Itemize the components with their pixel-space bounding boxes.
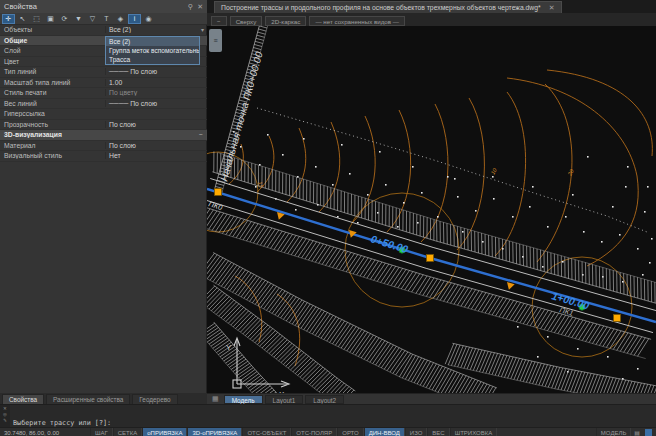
layout-menu-icon[interactable]: ▦ [212, 395, 219, 403]
objects-dropdown-list: Все (2) Группа меток вспомогательных пик… [105, 36, 200, 65]
property-row-transparency[interactable]: Прозрачность По слою [0, 120, 207, 131]
close-tab-icon[interactable]: ✕ [549, 4, 555, 12]
property-row-visualstyle[interactable]: Визуальный стиль Нет [0, 151, 207, 162]
close-panel-icon[interactable]: ✕ [197, 3, 203, 11]
refresh-selection-icon[interactable]: ⟳ [58, 14, 71, 24]
collapse-minus-icon[interactable]: − [199, 131, 203, 138]
viewport-collapse-button[interactable]: − [211, 16, 227, 26]
dropdown-item-all[interactable]: Все (2) [106, 37, 199, 46]
text-filter-icon[interactable]: T [100, 14, 113, 24]
toggle-osnap[interactable]: оПРИВЯЗКА [142, 428, 187, 436]
notification-square-icon[interactable] [645, 429, 652, 436]
tab-extended-properties[interactable]: Расширенные свойства [46, 394, 130, 404]
toggle-dyn-input[interactable]: ДИН-ВВОД [364, 428, 405, 436]
filter-clear-icon[interactable]: ▽ [86, 14, 99, 24]
contour-label-10: 10 [490, 166, 499, 175]
cursor-icon[interactable]: ↖ [16, 14, 29, 24]
section-header-3d-visualization[interactable]: 3D-визуализация − [0, 130, 207, 141]
station-0-50-label: 0+50.00 [369, 232, 409, 255]
properties-panel-title: Свойства [4, 2, 37, 11]
edit-icon[interactable]: ✎ [3, 417, 6, 423]
toggle-grid[interactable]: СЕТКА [113, 428, 143, 436]
dropdown-item-trace[interactable]: Трасса [106, 55, 199, 64]
properties-panel-titlebar: Свойства ⚲ ✕ [0, 0, 207, 13]
toggle-ortho[interactable]: ОРТО [337, 428, 363, 436]
canvas-widget[interactable]: ≡ [209, 29, 222, 52]
workspace-icon[interactable]: ▤ [634, 429, 640, 436]
document-title: Построение трассы и продольного профиля … [221, 4, 541, 11]
toggle-lineweight[interactable]: ВЕС [427, 428, 449, 436]
command-line-gutter: ✕ ◎ ✎ [0, 405, 10, 428]
toggle-otrack-object[interactable]: ОТС-ОБЪЕКТ [242, 428, 291, 436]
tab-layout1[interactable]: Layout1 [265, 395, 304, 404]
property-row-objects[interactable]: Объекты Все (2) ▾ [0, 25, 207, 36]
survey-points [233, 131, 653, 380]
property-row-ltscale[interactable]: Масштаб типа линий 1.00 [0, 78, 207, 89]
survey-boundary-dotted-line [257, 108, 647, 232]
multiselect-icon[interactable]: ✛ [2, 14, 15, 24]
pk0-label: ПК0 [207, 199, 224, 212]
toggle-snap[interactable]: ШАГ [90, 428, 113, 436]
panel-tab-bar: Свойства Расширенные свойства Геодерево [0, 393, 207, 404]
viewport-visual-style-button[interactable]: 2D-каркас [265, 16, 306, 26]
crossing-select-icon[interactable]: ▣ [44, 14, 57, 24]
info-icon[interactable]: i [128, 14, 141, 24]
coordinates-readout: 30.7480, 86.00, 0.00 [0, 428, 90, 436]
property-row-material[interactable]: Материал По слою [0, 141, 207, 152]
status-bar: 30.7480, 86.00, 0.00 ШАГ СЕТКА оПРИВЯЗКА… [0, 427, 656, 436]
mode-indicator[interactable]: МОДЕЛЬ [596, 428, 631, 436]
property-row-lineweight[interactable]: Вес линий ──── По слою [0, 99, 207, 110]
application-window: Построение трассы и продольного профиля … [0, 0, 656, 436]
chevron-down-icon[interactable]: ▾ [201, 26, 204, 33]
layout-tab-bar: ▦ Модель Layout1 Layout2 [207, 393, 656, 404]
filter-icon[interactable]: ▼ [72, 14, 85, 24]
toggle-iso[interactable]: ИЗО [405, 428, 428, 436]
command-line[interactable]: ✕ ◎ ✎ Выберите трассу или [?]: Применить… [0, 404, 656, 427]
document-tab[interactable]: Построение трассы и продольного профиля … [214, 1, 562, 13]
toggle-hatch[interactable]: ШТРИХОВКА [450, 428, 497, 436]
toggle-3d-osnap[interactable]: 3D-оПРИВЯЗКА [187, 428, 242, 436]
viewport-view-button[interactable]: Сверху [230, 16, 263, 26]
tab-properties[interactable]: Свойства [2, 394, 44, 404]
viewport-saved-views-button[interactable]: — нет сохраненных видов — [309, 16, 405, 26]
ucs-y-label: Y [226, 343, 232, 352]
drawing-canvas[interactable]: Начальная точка ПК0+00.00 ПК0 0+50.00 1+… [207, 26, 656, 400]
property-row-linetype[interactable]: Тип линий ──── По слою [0, 67, 207, 78]
dropdown-item-picket-group[interactable]: Группа меток вспомогательных пикетов тра… [106, 46, 199, 55]
document-tab-bar: Построение трассы и продольного профиля … [207, 0, 656, 13]
properties-toolbar: ✛ ↖ ⬚ ▣ ⟳ ▼ ▽ T ◈ i ◉ [0, 13, 207, 25]
property-row-hyperlink[interactable]: Гиперссылка [0, 109, 207, 120]
viewport-controls: − Сверху 2D-каркас — нет сохраненных вид… [211, 16, 408, 26]
tab-geotree[interactable]: Геодерево [132, 394, 177, 404]
settings-icon[interactable]: ◉ [142, 14, 155, 24]
tab-model[interactable]: Модель [224, 395, 263, 404]
tab-layout2[interactable]: Layout2 [305, 395, 344, 404]
contour-label-20: 20 [566, 167, 575, 177]
slope-hatch-bands [207, 26, 656, 400]
pin-icon[interactable]: ⚲ [188, 3, 193, 11]
property-row-plotstyle[interactable]: Стиль печати По цвету [0, 88, 207, 99]
window-select-icon[interactable]: ⬚ [30, 14, 43, 24]
subobject-icon[interactable]: ◈ [114, 14, 127, 24]
toggle-otrack-polar[interactable]: ОТС-ПОЛЯР [291, 428, 337, 436]
